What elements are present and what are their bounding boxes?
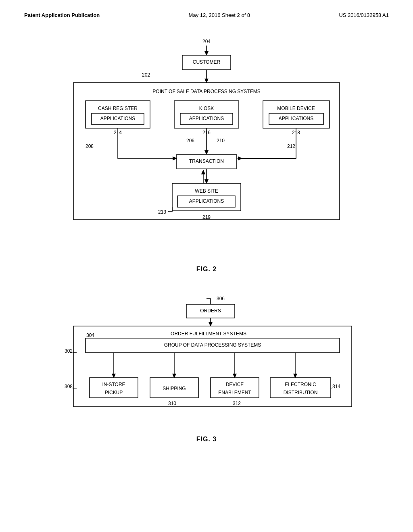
- group-id-label: 304: [86, 332, 94, 338]
- page-header: Patent Application Publication May 12, 2…: [24, 12, 389, 18]
- arrow206-label: 206: [186, 138, 194, 143]
- fig2-label: FIG. 2: [196, 266, 217, 273]
- cash-register-label: CASH REGISTER: [98, 106, 138, 111]
- mobile-label: MOBILE DEVICE: [277, 106, 315, 111]
- electronic-label2: DISTRIBUTION: [284, 390, 318, 395]
- fig3-section: 306 ORDERS ORDER FULFILLMENT SYSTEMS 302…: [24, 293, 389, 455]
- electronic-id-label: 314: [332, 384, 340, 389]
- electronic-label1: ELECTRONIC: [285, 382, 316, 387]
- fig2-section: 204 CUSTOMER 202 POINT OF SALE DATA PROC…: [24, 34, 389, 285]
- customer-label: CUSTOMER: [193, 59, 221, 65]
- website-label: WEB SITE: [195, 188, 218, 194]
- fulfillment-label: ORDER FULFILLMENT SYSTEMS: [171, 331, 246, 337]
- orders-id-label: 306: [217, 296, 225, 301]
- device-label2: ENABLEMENT: [218, 390, 251, 395]
- device-label1: DEVICE: [226, 382, 244, 387]
- pos-id-label: 202: [142, 72, 150, 78]
- orders-label: ORDERS: [200, 308, 221, 314]
- kiosk-apps-label: APPLICATIONS: [189, 116, 224, 121]
- mobile-apps-label: APPLICATIONS: [279, 116, 313, 121]
- device-id-label: 312: [233, 401, 241, 406]
- shipping-id-label: 310: [168, 401, 176, 406]
- instore-label1: IN-STORE: [102, 382, 125, 387]
- arrow213-label: 213: [158, 209, 166, 215]
- transaction-label: TRANSACTION: [189, 158, 224, 164]
- instore-label2: PICKUP: [105, 390, 123, 395]
- arrow208-label: 208: [86, 143, 94, 149]
- arrow210-label: 210: [217, 138, 225, 143]
- header-patent: US 2016/0132958 A1: [339, 12, 389, 18]
- instore-id-label: 308: [65, 384, 73, 389]
- pos-label: POINT OF SALE DATA PROCESSING SYSTEMS: [152, 89, 260, 94]
- group-label: GROUP OF DATA PROCESSING SYSTEMS: [164, 342, 261, 348]
- orders-bracket: [206, 299, 211, 304]
- cash-register-apps-label: APPLICATIONS: [100, 116, 135, 121]
- fig3-diagram: 306 ORDERS ORDER FULFILLMENT SYSTEMS 302…: [49, 293, 364, 430]
- customer-id-label: 204: [202, 39, 211, 44]
- header-publication: Patent Application Publication: [24, 12, 100, 18]
- page: Patent Application Publication May 12, 2…: [0, 0, 413, 532]
- website-apps-label: APPLICATIONS: [189, 198, 224, 204]
- fig2-diagram: 204 CUSTOMER 202 POINT OF SALE DATA PROC…: [49, 34, 364, 260]
- kiosk-label: KIOSK: [199, 106, 214, 111]
- header-date: May 12, 2016 Sheet 2 of 8: [189, 12, 250, 18]
- website-id-label: 219: [202, 214, 211, 220]
- arrow212-label: 212: [287, 143, 295, 149]
- shipping-label: SHIPPING: [163, 386, 186, 391]
- fig3-label: FIG. 3: [196, 436, 217, 443]
- fulfillment-id-label: 302: [65, 348, 73, 354]
